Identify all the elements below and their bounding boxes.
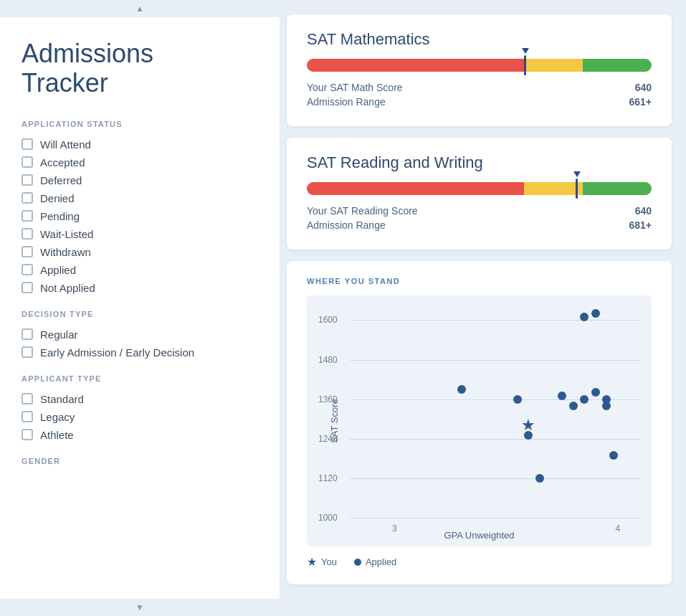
sat-math-range-value: 661+ <box>629 96 652 108</box>
sat-reading-bar-track <box>307 182 652 195</box>
sat-math-score-label: Your SAT Math Score <box>307 82 403 93</box>
applicant-type-label: APPLICANT TYPE <box>22 374 258 383</box>
filter-label-not-applied: Not Applied <box>40 282 95 294</box>
sidebar: ▲ AdmissionsTracker APPLICATION STATUS W… <box>0 0 280 616</box>
checkbox-regular[interactable] <box>22 328 33 340</box>
filter-applied[interactable]: Applied <box>22 261 258 279</box>
sat-reading-score-label: Your SAT Reading Score <box>307 205 418 217</box>
chart-legend: ★ You Applied <box>307 555 652 569</box>
filter-accepted[interactable]: Accepted <box>22 153 258 171</box>
filter-label-accepted: Accepted <box>40 156 85 169</box>
sat-reading-marker-triangle <box>573 171 581 177</box>
filter-denied[interactable]: Denied <box>22 189 258 207</box>
y-tick-1240: 1240 <box>318 434 338 444</box>
sat-reading-range-row: Admission Range 681+ <box>307 219 652 231</box>
scroll-down-arrow[interactable]: ▼ <box>0 599 280 616</box>
scatter-dot-3 <box>535 474 544 483</box>
checkbox-legacy[interactable] <box>22 411 33 422</box>
filter-label-early-admission: Early Admission / Early Decision <box>40 346 194 359</box>
checkbox-not-applied[interactable] <box>22 282 33 293</box>
filter-early-admission[interactable]: Early Admission / Early Decision <box>22 343 258 361</box>
sat-reading-score-row: Your SAT Reading Score 640 <box>307 205 652 217</box>
scatter-card: WHERE YOU STAND SAT Score 10001120124013… <box>287 261 672 584</box>
filter-label-denied: Denied <box>40 192 75 204</box>
scroll-up-arrow[interactable]: ▲ <box>0 0 280 17</box>
sat-reading-marker <box>576 179 578 199</box>
sat-math-marker <box>524 55 526 75</box>
you-marker: ★ <box>521 417 535 433</box>
scatter-dot-9 <box>591 309 600 318</box>
filter-will-attend[interactable]: Will Attend <box>22 136 258 153</box>
filter-athlete[interactable]: Athlete <box>22 426 258 444</box>
sat-math-bar-track <box>307 59 652 72</box>
filter-label-athlete: Athlete <box>40 429 74 441</box>
checkbox-applied[interactable] <box>22 264 33 275</box>
sat-math-range-label: Admission Range <box>307 96 386 108</box>
checkbox-wait-listed[interactable] <box>22 228 33 240</box>
sat-math-bar-yellow <box>524 59 583 72</box>
sat-math-score-row: Your SAT Math Score 640 <box>307 82 652 93</box>
legend-applied-label: Applied <box>366 556 396 567</box>
checkbox-withdrawn[interactable] <box>22 246 33 257</box>
grid-line-1360 <box>350 399 640 400</box>
decision-type-label: DECISION TYPE <box>22 310 258 318</box>
filter-label-regular: Regular <box>40 328 78 341</box>
gender-label: GENDER <box>22 457 258 465</box>
filter-standard[interactable]: Standard <box>22 390 258 408</box>
scatter-dot-7 <box>580 313 589 321</box>
filter-label-will-attend: Will Attend <box>40 138 91 151</box>
checkbox-pending[interactable] <box>22 210 33 222</box>
y-tick-1120: 1120 <box>318 473 338 483</box>
sat-reading-bar-yellow <box>524 182 583 195</box>
y-tick-1360: 1360 <box>318 394 338 404</box>
filter-label-legacy: Legacy <box>40 411 75 423</box>
legend-you-label: You <box>321 556 337 567</box>
filter-wait-listed[interactable]: Wait-Listed <box>22 225 258 243</box>
filter-label-wait-listed: Wait-Listed <box>40 228 93 240</box>
sat-math-bar <box>307 59 652 72</box>
scatter-dot-12 <box>609 451 618 460</box>
scatter-dot-0 <box>457 385 466 394</box>
x-tick-4: 4 <box>616 523 621 534</box>
grid-line-1480 <box>350 360 640 361</box>
sat-math-title: SAT Mathematics <box>307 30 652 49</box>
scatter-dot-8 <box>591 388 600 397</box>
scatter-dot-1 <box>513 395 522 404</box>
grid-line-1120 <box>350 478 640 479</box>
filter-withdrawn[interactable]: Withdrawn <box>22 243 258 261</box>
checkbox-will-attend[interactable] <box>22 138 33 150</box>
sat-math-bar-red <box>307 59 524 72</box>
scatter-dot-6 <box>580 395 589 404</box>
sat-math-bar-green <box>583 59 652 72</box>
legend-you-icon: ★ <box>307 555 317 569</box>
sat-reading-range-value: 681+ <box>629 219 652 231</box>
sat-reading-title: SAT Reading and Writing <box>307 153 652 172</box>
sat-reading-range-label: Admission Range <box>307 219 386 231</box>
scatter-dot-4 <box>558 392 566 400</box>
checkbox-standard[interactable] <box>22 393 33 404</box>
checkbox-early-admission[interactable] <box>22 346 33 358</box>
filter-pending[interactable]: Pending <box>22 207 258 225</box>
main-content: SAT Mathematics Your SAT Math Score 640 … <box>280 0 686 616</box>
chart-inner: 10001120124013601480160034★ <box>350 307 640 518</box>
sidebar-scroll: AdmissionsTracker APPLICATION STATUS Wil… <box>0 17 280 599</box>
grid-line-1600 <box>350 320 640 321</box>
filter-deferred[interactable]: Deferred <box>22 171 258 189</box>
checkbox-athlete[interactable] <box>22 429 33 440</box>
sat-math-card: SAT Mathematics Your SAT Math Score 640 … <box>287 14 672 126</box>
scatter-section-label: WHERE YOU STAND <box>307 277 652 285</box>
filter-legacy[interactable]: Legacy <box>22 408 258 426</box>
filter-label-deferred: Deferred <box>40 174 82 186</box>
filter-regular[interactable]: Regular <box>22 326 258 343</box>
filter-not-applied[interactable]: Not Applied <box>22 279 258 297</box>
sat-reading-card: SAT Reading and Writing Your SAT Reading… <box>287 138 672 250</box>
y-tick-1600: 1600 <box>318 315 338 325</box>
legend-applied-icon <box>354 559 361 566</box>
checkbox-deferred[interactable] <box>22 174 33 186</box>
y-tick-1000: 1000 <box>318 513 338 523</box>
checkbox-accepted[interactable] <box>22 156 33 168</box>
sat-reading-bar-green <box>583 182 652 195</box>
scatter-dot-11 <box>602 395 611 404</box>
x-tick-3: 3 <box>392 523 397 534</box>
checkbox-denied[interactable] <box>22 192 33 204</box>
